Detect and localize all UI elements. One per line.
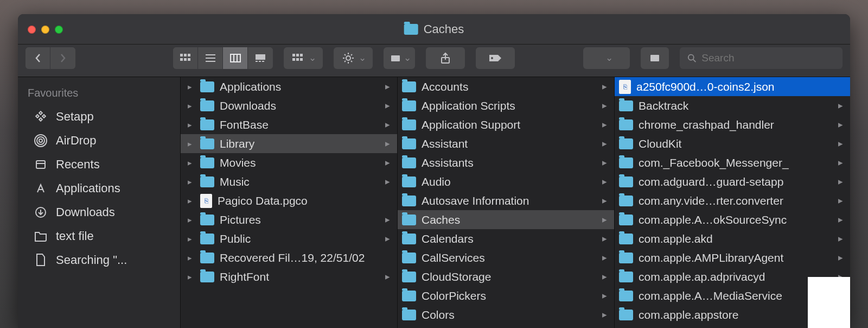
svg-rect-19	[292, 58, 295, 61]
file-row[interactable]: ▸Recovered Fil…19, 22/51/02	[181, 248, 397, 267]
forward-button[interactable]	[50, 47, 75, 69]
file-label: Music	[220, 175, 376, 188]
file-row[interactable]: ▸Music▸	[181, 172, 397, 191]
sidebar-item-applications[interactable]: Applications	[18, 176, 180, 200]
chevron-right-icon: ▸	[385, 138, 391, 149]
svg-rect-20	[296, 58, 299, 61]
file-row[interactable]: Calendars▸	[398, 229, 614, 248]
folder-icon	[200, 215, 214, 225]
column-1[interactable]: Accounts▸Application Scripts▸Application…	[398, 77, 615, 328]
column-0[interactable]: ▸Applications▸▸Downloads▸▸FontBase▸▸Libr…	[181, 77, 398, 328]
folder-icon	[619, 119, 633, 130]
chevron-right-icon: ▸	[602, 138, 608, 149]
file-row[interactable]: CloudKit▸	[615, 134, 850, 153]
folder-icon	[619, 157, 633, 168]
close-window-button[interactable]	[28, 26, 36, 34]
file-row[interactable]: ▸Library▸	[181, 134, 397, 153]
minimize-window-button[interactable]	[41, 26, 49, 34]
file-label: Pagico Data.pgco	[218, 194, 391, 207]
sidebar-item-airdrop[interactable]: AirDrop	[18, 129, 180, 153]
sidebar-item-setapp[interactable]: Setapp	[18, 105, 180, 129]
edit-tags-button[interactable]	[476, 47, 515, 69]
folder-icon	[200, 81, 214, 92]
file-row[interactable]: Backtrack▸	[615, 96, 850, 115]
chevron-right-icon: ▸	[602, 157, 608, 168]
file-row[interactable]: Application Support▸	[398, 115, 614, 134]
file-row[interactable]: com.adguard…guard-setapp▸	[615, 172, 850, 191]
folder-icon	[404, 24, 418, 35]
file-row[interactable]: ▸RightFont▸	[181, 267, 397, 286]
file-row[interactable]: com.apple.akd▸	[615, 229, 850, 248]
arrange-group: ⌄	[284, 47, 323, 69]
icon-view-button[interactable]	[173, 47, 198, 69]
file-row[interactable]: CallServices▸	[398, 248, 614, 267]
file-row[interactable]: ▸Public▸	[181, 229, 397, 248]
search-field[interactable]	[680, 47, 843, 69]
file-row[interactable]: Audio▸	[398, 172, 614, 191]
file-row[interactable]: CloudStorage▸	[398, 267, 614, 286]
file-label: com.apple.A…okSourceSync	[639, 213, 829, 226]
action-menu-button[interactable]: ⌄	[334, 47, 373, 69]
expand-arrow-icon: ▸	[185, 139, 195, 149]
folder-icon	[619, 291, 633, 301]
chevron-right-icon: ▸	[385, 100, 391, 111]
file-row[interactable]: Autosave Information▸	[398, 191, 614, 210]
folder-icon	[619, 253, 633, 263]
file-row[interactable]: com.apple.A…okSourceSync▸	[615, 210, 850, 229]
file-label: Public	[220, 232, 376, 245]
file-row[interactable]: Assistant▸	[398, 134, 614, 153]
file-row[interactable]: ⎘a250fc900d…0-coins2.json	[615, 77, 850, 96]
chevron-right-icon: ▸	[385, 157, 391, 168]
quicklook-button[interactable]	[641, 47, 669, 69]
file-row[interactable]: ▸Applications▸	[181, 77, 397, 96]
file-row[interactable]: ▸Pictures▸	[181, 210, 397, 229]
svg-point-27	[688, 54, 694, 60]
gallery-view-button[interactable]	[248, 47, 273, 69]
svg-rect-18	[300, 54, 303, 56]
share-button[interactable]	[426, 47, 465, 69]
sidebar-item-label: Searching "...	[56, 253, 127, 267]
file-label: Backtrack	[639, 99, 829, 112]
svg-rect-31	[42, 115, 46, 118]
setapp-icon	[33, 109, 48, 124]
search-input[interactable]	[701, 52, 835, 64]
file-label: com._Facebook_Messenger_	[639, 156, 829, 169]
file-row[interactable]: ▸⎘Pagico Data.pgco	[181, 191, 397, 210]
file-row[interactable]: Accounts▸	[398, 77, 614, 96]
file-row[interactable]: com.apple.AMPLibraryAgent▸	[615, 248, 850, 267]
svg-rect-14	[259, 61, 261, 62]
sidebar-item-downloads[interactable]: Downloads	[18, 200, 180, 224]
file-row[interactable]: com.any.vide…rter.converter▸	[615, 191, 850, 210]
file-row[interactable]: Assistants▸	[398, 153, 614, 172]
file-row[interactable]: Colors▸	[398, 305, 614, 324]
path-dropdown[interactable]: ⌄	[583, 47, 630, 69]
expand-arrow-icon: ▸	[185, 101, 195, 111]
chevron-right-icon: ▸	[838, 195, 844, 206]
file-row[interactable]: com._Facebook_Messenger_▸	[615, 153, 850, 172]
file-row[interactable]: ▸Movies▸	[181, 153, 397, 172]
file-row[interactable]: Caches▸	[398, 210, 614, 229]
downloads-icon	[33, 205, 48, 220]
sidebar-item-label: Applications	[56, 181, 120, 195]
file-row[interactable]: ▸Downloads▸	[181, 96, 397, 115]
file-row[interactable]: Application Scripts▸	[398, 96, 614, 115]
file-row[interactable]: ColorPickers▸	[398, 286, 614, 305]
file-label: Calendars	[422, 232, 593, 245]
dropbox-button[interactable]: ⌄	[384, 47, 415, 69]
back-button[interactable]	[25, 47, 50, 69]
list-view-button[interactable]	[198, 47, 223, 69]
file-row[interactable]: ▸FontBase▸	[181, 115, 397, 134]
folder-icon	[619, 310, 633, 320]
chevron-right-icon: ▸	[838, 119, 844, 130]
column-view-button[interactable]	[223, 47, 248, 69]
file-row[interactable]: chrome_crashpad_handler▸	[615, 115, 850, 134]
file-label: RightFont	[220, 270, 376, 283]
svg-line-28	[693, 59, 696, 62]
arrange-button[interactable]: ⌄	[284, 47, 323, 69]
sidebar-item-textfile[interactable]: text file	[18, 224, 180, 248]
sidebar-item-recents[interactable]: Recents	[18, 153, 180, 176]
fullscreen-window-button[interactable]	[55, 26, 63, 34]
chevron-right-icon: ▸	[602, 290, 608, 301]
expand-arrow-icon: ▸	[185, 234, 195, 244]
sidebar-item-saved-search[interactable]: Searching "...	[18, 248, 180, 272]
